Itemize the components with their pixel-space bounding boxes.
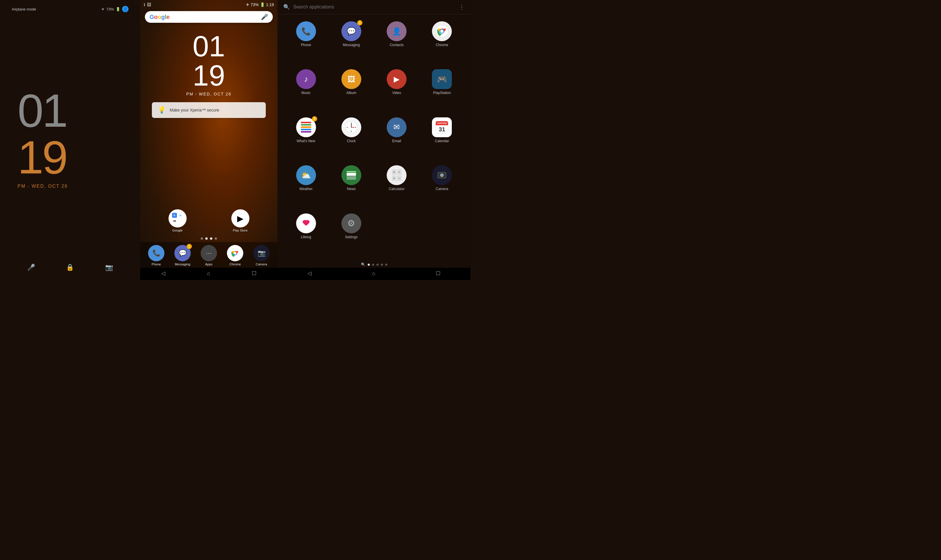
dock-apps-icon[interactable]: ⋯: [201, 245, 217, 261]
app-grid: 📞Phone💬1Messaging👤Contacts Chrome♪Music🖼…: [277, 14, 470, 260]
back-button[interactable]: ◁: [161, 270, 165, 277]
dock-camera-icon[interactable]: 📷: [253, 245, 270, 261]
album-label: Album: [347, 91, 356, 95]
right-dot-1: [368, 264, 370, 266]
lock-icon[interactable]: 🔒: [66, 264, 74, 271]
what's new-badge: 3: [312, 116, 317, 122]
dock-camera[interactable]: 📷 Camera: [253, 245, 270, 266]
right-dot-5: [385, 264, 387, 266]
dock-messaging-icon[interactable]: 💬 1: [174, 245, 191, 261]
right-dot-2: [372, 264, 374, 266]
google-icon[interactable]: G 📧 🗺: [168, 209, 186, 228]
right-page-indicators: 🔍: [277, 260, 470, 268]
time-mid: 1:19: [266, 2, 274, 7]
search-indicator: 🔍: [361, 263, 365, 266]
app-news[interactable]: News: [328, 161, 374, 209]
messaging-badge: 1: [357, 20, 362, 25]
battery-mid: 73%: [251, 2, 259, 7]
app-calculator[interactable]: × ÷ + − Calculator: [374, 161, 419, 209]
play-store-app[interactable]: ▶ Play Store: [231, 209, 249, 232]
airplane-icon-mid: ✈: [246, 2, 249, 7]
right-recents-button[interactable]: ☐: [436, 270, 440, 277]
svg-point-2: [234, 252, 237, 255]
secure-card[interactable]: 💡 Make your Xperia™ secure: [152, 102, 266, 118]
dock-chrome[interactable]: Chrome: [227, 245, 243, 266]
app-phone[interactable]: 📞Phone: [283, 17, 328, 65]
album-icon: 🖼: [342, 69, 361, 89]
right-dot-3: [376, 264, 379, 266]
dock-phone[interactable]: 📞 Phone: [148, 245, 165, 266]
app-music[interactable]: ♪Music: [283, 65, 328, 113]
app-calendar[interactable]: Calendar 31 Calendar: [419, 113, 465, 161]
dot-2: [205, 237, 208, 240]
messaging-icon: 💬1: [342, 21, 361, 41]
app-weather[interactable]: ⛅Weather: [283, 161, 328, 209]
phone-label: Phone: [301, 43, 311, 47]
app-chrome[interactable]: Chrome: [419, 17, 465, 65]
avatar-icon[interactable]: 👤: [122, 6, 128, 12]
video-icon: ▶: [387, 69, 407, 89]
app-settings[interactable]: ⚙Settings: [328, 209, 374, 257]
news-label: News: [347, 187, 356, 191]
app-what's-new[interactable]: 3What's New: [283, 113, 328, 161]
play-store-icon[interactable]: ▶: [231, 209, 249, 228]
info-icon: ℹ: [144, 2, 145, 7]
camera-icon[interactable]: 📷: [105, 264, 113, 271]
left-minute: 19: [17, 134, 66, 181]
middle-minute: 19: [140, 61, 277, 90]
mic-icon[interactable]: 🎤: [261, 14, 268, 20]
app-video[interactable]: ▶Video: [374, 65, 419, 113]
music-icon: ♪: [296, 69, 316, 89]
home-button[interactable]: ⌂: [207, 270, 210, 277]
app-lifelog[interactable]: Lifelog: [283, 209, 328, 257]
app-clock[interactable]: Clock: [328, 113, 374, 161]
image-icon: 🖼: [147, 2, 151, 7]
dock-phone-icon[interactable]: 📞: [148, 245, 165, 261]
clock-icon: [342, 117, 361, 137]
left-date: PM - WED, OCT 26: [17, 184, 68, 189]
dock: 📞 Phone 💬 1 Messaging ⋯ Apps: [140, 242, 277, 268]
right-home-button[interactable]: ⌂: [372, 270, 375, 277]
app-playstation[interactable]: 🎮PlayStation: [419, 65, 465, 113]
recents-button[interactable]: ☐: [252, 270, 256, 277]
google-app[interactable]: G 📧 🗺 Google: [168, 209, 186, 232]
dock-messaging[interactable]: 💬 1 Messaging: [174, 245, 191, 266]
left-status-bar: Airplane mode ✈ 73% 🔋 👤: [12, 6, 128, 12]
search-icon: 🔍: [283, 4, 290, 10]
music-label: Music: [302, 91, 310, 95]
dot-1: [201, 237, 203, 240]
right-panel: 🔍 ⋮ 📞Phone💬1Messaging👤Contacts Chrome♪Mu…: [277, 0, 470, 280]
more-icon[interactable]: ⋮: [459, 3, 465, 11]
app-album[interactable]: 🖼Album: [328, 65, 374, 113]
playstation-label: PlayStation: [433, 91, 451, 95]
bulb-icon: 💡: [158, 106, 166, 114]
middle-bottom-nav: ◁ ⌂ ☐: [140, 268, 277, 280]
what's-new-icon: 3: [296, 117, 316, 137]
camera-icon: [432, 165, 452, 185]
right-dot-4: [381, 264, 383, 266]
calendar-label: Calendar: [435, 139, 449, 143]
search-input[interactable]: [293, 5, 455, 10]
google-search-bar[interactable]: Google 🎤: [145, 11, 273, 23]
dot-3: [210, 237, 213, 240]
phone-icon: 📞: [296, 21, 316, 41]
dot-indicators: [140, 235, 277, 242]
email-icon: ✉: [387, 117, 407, 137]
middle-hour: 01: [140, 32, 277, 61]
right-back-button[interactable]: ◁: [308, 270, 312, 277]
battery-icon-mid: 🔋: [260, 2, 265, 7]
dock-apps[interactable]: ⋯ Apps: [201, 245, 217, 266]
dock-chrome-icon[interactable]: [227, 245, 243, 261]
dot-4: [215, 237, 217, 240]
microphone-icon[interactable]: 🎤: [27, 264, 35, 271]
clock-label: Clock: [347, 139, 356, 143]
app-camera[interactable]: Camera: [419, 161, 465, 209]
app-contacts[interactable]: 👤Contacts: [374, 17, 419, 65]
middle-panel: ℹ 🖼 ✈ 73% 🔋 1:19 Google 🎤 01 19 PM - WED…: [140, 0, 277, 280]
search-bar[interactable]: 🔍 ⋮: [277, 0, 470, 14]
app-email[interactable]: ✉Email: [374, 113, 419, 161]
calendar-icon: Calendar 31: [432, 117, 452, 137]
playstation-icon: 🎮: [432, 69, 452, 89]
app-messaging[interactable]: 💬1Messaging: [328, 17, 374, 65]
lifelog-icon: [296, 214, 316, 233]
